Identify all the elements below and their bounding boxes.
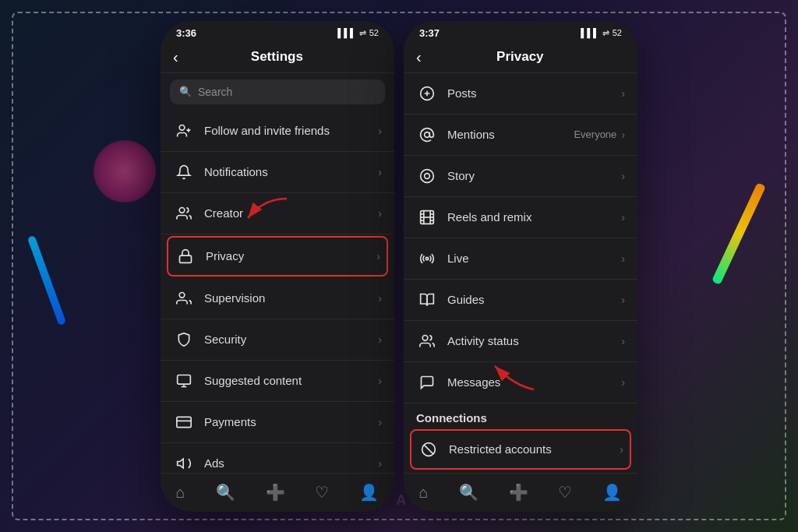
home-nav-icon[interactable]: ⌂ <box>175 484 185 502</box>
mentions-sublabel: Everyone <box>574 129 616 140</box>
right-home-icon[interactable]: ⌂ <box>418 484 428 502</box>
settings-item-security[interactable]: Security › <box>161 319 394 361</box>
messages-icon <box>416 372 438 393</box>
left-screen: ‹ Settings 🔍 Search <box>161 42 394 509</box>
svg-rect-4 <box>180 255 192 262</box>
profile-nav-icon[interactable]: 👤 <box>359 483 379 502</box>
guides-icon <box>416 289 438 311</box>
activity-chevron: › <box>621 335 625 347</box>
right-status-icons: ▌▌▌ ⇌ 52 <box>581 28 622 38</box>
mentions-chevron: › <box>621 129 625 141</box>
settings-item-suggested[interactable]: Suggested content › <box>161 361 394 402</box>
messages-chevron: › <box>621 376 625 389</box>
follow-icon <box>173 120 195 142</box>
creator-label: Creator <box>204 206 378 220</box>
live-icon <box>416 248 438 270</box>
reels-icon <box>416 206 438 228</box>
settings-item-payments[interactable]: Payments › <box>161 402 394 443</box>
security-icon <box>173 329 195 351</box>
activity-label: Activity status <box>447 334 621 347</box>
payments-icon <box>173 411 195 433</box>
left-back-button[interactable]: ‹ <box>173 48 178 66</box>
supervision-label: Supervision <box>204 291 378 305</box>
restricted-chevron: › <box>620 443 623 456</box>
privacy-item-restricted[interactable]: Restricted accounts › <box>410 429 631 470</box>
privacy-item-posts[interactable]: Posts › <box>404 73 637 115</box>
settings-item-supervision[interactable]: Supervision › <box>161 278 394 319</box>
search-placeholder: Search <box>198 86 232 98</box>
svg-line-35 <box>424 445 433 454</box>
right-bottom-nav: ⌂ 🔍 ➕ ♡ 👤 <box>404 473 637 509</box>
notifications-icon <box>173 161 195 183</box>
search-bar[interactable]: 🔍 Search <box>170 79 385 104</box>
svg-marker-11 <box>178 459 184 468</box>
heart-nav-icon[interactable]: ♡ <box>315 483 329 502</box>
posts-label: Posts <box>447 86 621 100</box>
svg-rect-9 <box>177 417 191 427</box>
right-phone: 3:37 ▌▌▌ ⇌ 52 ‹ Privacy <box>404 21 637 512</box>
privacy-item-guides[interactable]: Guides › <box>404 280 637 321</box>
right-screen: ‹ Privacy Posts › <box>404 42 637 509</box>
mentions-icon <box>416 124 438 146</box>
phones-container: 3:36 ▌▌▌ ⇌ 52 ‹ Settings 🔍 Search <box>161 21 637 512</box>
privacy-item-activity[interactable]: Activity status › <box>404 321 637 362</box>
settings-item-creator[interactable]: Creator › <box>161 193 394 234</box>
svg-point-5 <box>179 292 185 298</box>
left-nav-bar: ‹ Settings <box>161 42 394 73</box>
privacy-label: Privacy <box>206 249 376 262</box>
live-chevron: › <box>621 252 625 265</box>
settings-item-follow[interactable]: Follow and invite friends › <box>161 111 394 152</box>
restricted-label: Restricted accounts <box>449 442 620 456</box>
security-chevron: › <box>378 333 382 346</box>
ads-chevron: › <box>378 457 382 470</box>
bg-streak-right <box>711 182 766 285</box>
signal-icon: ▌▌▌ <box>337 28 355 37</box>
svg-point-0 <box>179 125 185 130</box>
privacy-item-reels[interactable]: Reels and remix › <box>404 197 637 238</box>
privacy-item-story[interactable]: Story › <box>404 156 637 197</box>
story-chevron: › <box>621 170 625 182</box>
privacy-item-messages[interactable]: Messages › <box>404 362 637 403</box>
payments-chevron: › <box>378 416 382 428</box>
search-nav-icon[interactable]: 🔍 <box>216 483 235 502</box>
right-search-icon[interactable]: 🔍 <box>459 483 478 502</box>
ads-icon <box>173 453 195 474</box>
svg-point-21 <box>425 132 430 137</box>
add-nav-icon[interactable]: ➕ <box>266 483 285 502</box>
payments-label: Payments <box>204 415 378 428</box>
privacy-chevron: › <box>376 250 380 262</box>
svg-point-3 <box>179 207 185 213</box>
right-back-button[interactable]: ‹ <box>416 48 422 66</box>
right-heart-icon[interactable]: ♡ <box>558 483 572 502</box>
creator-icon <box>173 203 195 224</box>
suggested-chevron: › <box>378 375 382 387</box>
bg-streak-blue <box>27 235 66 326</box>
notifications-chevron: › <box>378 166 382 178</box>
messages-label: Messages <box>447 375 621 389</box>
guides-label: Guides <box>447 293 621 306</box>
settings-item-notifications[interactable]: Notifications › <box>161 152 394 193</box>
left-nav-title: Settings <box>188 49 366 65</box>
right-add-icon[interactable]: ➕ <box>509 483 528 502</box>
left-phone: 3:36 ▌▌▌ ⇌ 52 ‹ Settings 🔍 Search <box>161 21 394 512</box>
story-label: Story <box>447 169 621 182</box>
ads-label: Ads <box>204 456 378 470</box>
privacy-item-mentions[interactable]: Mentions Everyone › <box>404 115 637 156</box>
battery-icon: 52 <box>369 28 379 37</box>
mentions-label: Mentions <box>447 128 574 141</box>
settings-item-privacy[interactable]: Privacy › <box>167 236 388 277</box>
privacy-item-live[interactable]: Live › <box>404 238 637 280</box>
right-profile-icon[interactable]: 👤 <box>602 483 622 502</box>
restricted-icon <box>418 439 440 460</box>
right-time: 3:37 <box>419 27 440 39</box>
creator-chevron: › <box>378 207 382 220</box>
left-bottom-nav: ⌂ 🔍 ➕ ♡ 👤 <box>161 473 394 509</box>
follow-chevron: › <box>378 125 382 137</box>
story-icon <box>416 165 438 187</box>
activity-icon <box>416 330 438 352</box>
suggested-icon <box>173 370 195 392</box>
right-status-bar: 3:37 ▌▌▌ ⇌ 52 <box>404 21 637 42</box>
right-nav-bar: ‹ Privacy <box>404 42 637 73</box>
connections-header: Connections <box>404 403 637 428</box>
supervision-chevron: › <box>378 292 382 305</box>
